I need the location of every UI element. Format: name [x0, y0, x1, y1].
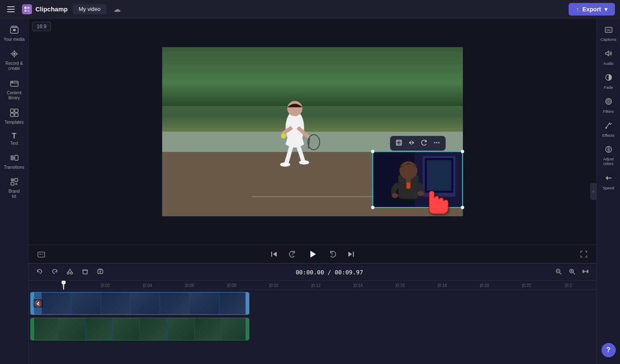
video-preview: 16:9 [29, 19, 596, 244]
delete-button[interactable] [79, 266, 91, 278]
preview-container [162, 47, 463, 216]
svg-rect-16 [11, 109, 14, 112]
pip-rotate-button[interactable] [419, 138, 430, 149]
adjust-colors-label: Adjustcolors [603, 157, 614, 166]
track-handle-right-1[interactable] [246, 292, 249, 314]
svg-point-95 [605, 127, 607, 129]
total-time: 00:09.97 [335, 269, 363, 276]
hamburger-menu[interactable] [5, 3, 17, 15]
fade-icon [604, 73, 613, 84]
captions-icon: CC [604, 25, 613, 36]
zoom-in-button[interactable] [566, 266, 578, 278]
pip-handle-top-left[interactable] [371, 150, 374, 153]
pip-toolbar [390, 136, 446, 151]
time-marker-10: |0:20 [480, 283, 489, 288]
time-separator: / [328, 269, 335, 276]
pip-handle-bottom-right[interactable] [461, 206, 464, 209]
export-chevron-icon: ▾ [604, 6, 607, 13]
effects-icon [604, 121, 613, 132]
fit-timeline-button[interactable] [580, 266, 591, 278]
undo-button[interactable] [34, 266, 45, 278]
timeline-zoom-controls [553, 266, 591, 278]
video-title-button[interactable]: My video [73, 4, 107, 14]
video-track-2[interactable] [30, 318, 249, 340]
logo-icon [22, 4, 32, 14]
forward-button[interactable]: 5 [326, 248, 338, 260]
sidebar-item-record-create[interactable]: Record &create [2, 46, 27, 74]
track-thumbnails-2 [31, 318, 249, 340]
svg-rect-18 [11, 113, 14, 117]
sidebar-item-brand-kit[interactable]: Brandkit [2, 174, 27, 202]
time-marker-11: |0:22 [522, 283, 531, 288]
timeline-area: 00:00.00 / 00:09.97 [29, 263, 596, 364]
right-sidebar-item-speed[interactable]: Speed [598, 170, 619, 194]
captions-label: Captions [601, 37, 617, 42]
skip-to-end-button[interactable] [345, 248, 357, 260]
right-sidebar-item-adjust-colors[interactable]: Adjustcolors [598, 142, 619, 170]
svg-point-94 [608, 101, 609, 102]
tracks-container: 🔇 [29, 290, 596, 364]
effects-label: Effects [602, 133, 615, 138]
add-to-timeline-button[interactable] [94, 266, 106, 278]
timeline-content: |0 |0:02 |0:04 |0:06 |0:08 |0:10 |0:12 |… [29, 281, 596, 364]
export-button[interactable]: ↑ Export ▾ [569, 3, 615, 16]
pip-handle-bottom-left[interactable] [371, 206, 374, 209]
content-library-label: Contentlibrary [7, 90, 21, 101]
fullscreen-button[interactable] [578, 248, 590, 260]
play-button[interactable] [305, 247, 320, 261]
captions-toggle-button[interactable] [35, 248, 47, 260]
track-handle-left-2[interactable] [31, 318, 34, 340]
time-marker-2: |0:04 [143, 283, 152, 288]
help-button[interactable]: ? [601, 343, 616, 357]
export-up-arrow-icon: ↑ [576, 6, 579, 13]
text-label: Text [10, 141, 18, 146]
right-sidebar-item-captions[interactable]: CC Captions [598, 22, 619, 45]
svg-rect-60 [38, 252, 45, 257]
sidebar-item-your-media[interactable]: Your media [2, 22, 27, 45]
app-name: Clipchamp [35, 5, 68, 13]
time-marker-8: |0:16 [396, 283, 405, 288]
sidebar-item-transitions[interactable]: Transitions [2, 150, 27, 173]
sidebar-item-content-library[interactable]: Contentlibrary [2, 75, 27, 104]
sidebar-item-text[interactable]: T Text [2, 129, 27, 149]
record-create-icon [10, 49, 19, 60]
sidebar-item-templates[interactable]: Templates [2, 105, 27, 128]
zoom-out-button[interactable] [553, 266, 564, 278]
filters-icon [604, 97, 613, 108]
svg-text:5: 5 [292, 253, 294, 256]
pip-flip-button[interactable] [406, 138, 417, 149]
redo-button[interactable] [49, 266, 61, 278]
center-playback-controls: 5 5 [268, 247, 357, 261]
brand-kit-icon [10, 177, 19, 188]
transitions-label: Transitions [4, 165, 24, 170]
left-playback-controls [35, 248, 47, 260]
svg-point-27 [287, 101, 302, 116]
right-sidebar-collapse-button[interactable]: ‹ [590, 183, 597, 200]
hand-cursor-icon [423, 185, 450, 223]
rewind-button[interactable]: 5 [287, 248, 299, 260]
time-marker-1: |0:02 [101, 283, 110, 288]
svg-point-67 [67, 272, 69, 274]
svg-line-28 [286, 144, 292, 163]
pip-handle-top-right[interactable] [461, 150, 464, 153]
time-marker-4: |0:08 [227, 283, 236, 288]
right-sidebar-item-audio[interactable]: Audio [598, 46, 619, 69]
pip-more-button[interactable] [431, 138, 442, 149]
svg-point-8 [13, 53, 15, 55]
cut-button[interactable] [64, 266, 76, 278]
svg-rect-78 [99, 269, 102, 270]
time-marker-5: |0:10 [269, 283, 278, 288]
svg-rect-0 [24, 7, 27, 9]
aspect-ratio-badge: 16:9 [32, 22, 51, 31]
right-sidebar-item-filters[interactable]: Filters [598, 94, 619, 117]
audio-icon [604, 49, 613, 60]
svg-point-36 [281, 133, 286, 138]
video-track-1[interactable]: 🔇 [30, 292, 249, 315]
right-sidebar-item-fade[interactable]: Fade [598, 70, 619, 93]
pip-crop-button[interactable] [393, 138, 404, 149]
right-sidebar-item-effects[interactable]: Effects [598, 118, 619, 141]
track-handle-right-2[interactable] [246, 318, 249, 340]
skip-to-start-button[interactable] [268, 248, 280, 260]
cloud-save-icon: ☁ [113, 5, 121, 14]
current-time: 00:00.00 [296, 269, 324, 276]
